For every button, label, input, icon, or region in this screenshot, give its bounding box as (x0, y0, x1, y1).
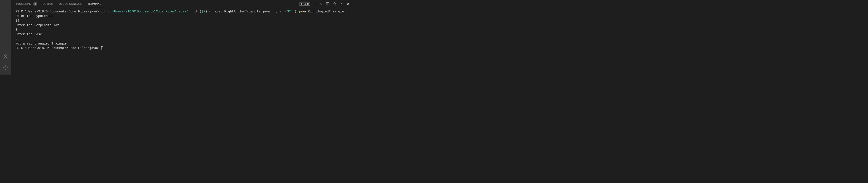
cmd-if: if (279, 10, 283, 13)
cmd-brace: } ; (272, 10, 279, 13)
terminal-cursor (101, 46, 103, 50)
cmd-sep: ; (188, 10, 194, 13)
terminal-line: 14 (16, 19, 350, 23)
tab-output[interactable]: OUTPUT (40, 1, 56, 7)
cmd-javac: javac (213, 10, 222, 13)
tab-problems-label: PROBLEMS (16, 2, 31, 5)
terminal-content[interactable]: PS C:\Users\91870\Documents\Code Files\j… (11, 8, 354, 74)
prompt-text: PS C:\Users\91870\Documents\Code Files\j… (16, 10, 101, 13)
kill-terminal-icon[interactable] (333, 2, 336, 6)
terminal-line: PS C:\Users\91870\Documents\Code Files\j… (16, 9, 350, 14)
new-terminal-icon[interactable] (313, 2, 317, 6)
close-panel-icon[interactable] (346, 2, 350, 6)
cmd-if: if (194, 10, 198, 13)
panel-area: PROBLEMS 8 OUTPUT DEBUG CONSOLE TERMINAL… (11, 0, 354, 74)
prompt-text: PS C:\Users\91870\Documents\Code Files\j… (16, 46, 101, 50)
accounts-icon[interactable] (3, 54, 8, 59)
svg-point-1 (5, 67, 6, 68)
cmd-java: java (298, 10, 306, 13)
cmd-brace: } (346, 10, 348, 13)
problems-badge: 8 (33, 2, 37, 6)
cmd-cd: cd (101, 10, 105, 13)
profile-label: Code (304, 3, 309, 5)
terminal-line: Enter the Hypotenuse (16, 14, 350, 18)
terminal-line: Not a right angled Traingle (16, 41, 350, 46)
terminal-line: PS C:\Users\91870\Documents\Code Files\j… (16, 46, 350, 50)
cmd-var: $? (287, 10, 291, 13)
cmd-paren: ) { (205, 10, 213, 13)
activity-bar (0, 0, 11, 74)
panel-actions: Code (300, 2, 352, 6)
cmd-var: $? (202, 10, 205, 13)
terminal-line: Enter the Perpendicular (16, 23, 350, 28)
cmd-paren: ( (198, 10, 202, 13)
svg-point-0 (4, 55, 6, 57)
cmd-paren: ) { (291, 10, 298, 13)
tab-terminal[interactable]: TERMINAL (85, 1, 104, 7)
cmd-path: "c:\Users\91870\Documents\Code Files\jav… (105, 10, 188, 13)
maximize-panel-icon[interactable] (340, 2, 343, 6)
cmd-class: RightAngledTriangle (306, 10, 346, 13)
panel-tab-bar: PROBLEMS 8 OUTPUT DEBUG CONSOLE TERMINAL… (11, 0, 354, 8)
tab-debug-console[interactable]: DEBUG CONSOLE (56, 1, 85, 7)
settings-gear-icon[interactable] (3, 65, 8, 70)
split-terminal-icon[interactable] (326, 2, 330, 6)
chevron-down-icon[interactable] (320, 2, 323, 5)
cmd-file: RightAngledTriangle.java (222, 10, 272, 13)
terminal-line: 9 (16, 37, 350, 41)
caret-right-icon (301, 3, 303, 5)
launch-profile-box: Code (300, 2, 310, 6)
terminal-line: Enter the Base (16, 32, 350, 37)
tab-problems[interactable]: PROBLEMS 8 (13, 0, 40, 8)
cmd-paren: ( (283, 10, 287, 13)
launch-profile-selector[interactable]: Code (300, 2, 310, 6)
terminal-line: 8 (16, 28, 350, 32)
